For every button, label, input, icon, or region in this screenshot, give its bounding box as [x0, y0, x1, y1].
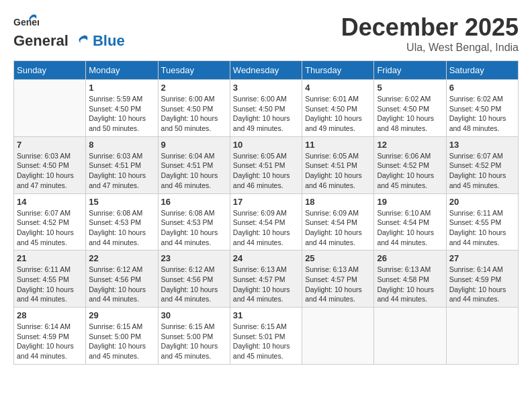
day-number: 27 — [449, 253, 515, 263]
day-info: Sunrise: 6:15 AMSunset: 5:00 PMDaylight:… — [89, 322, 154, 361]
day-info: Sunrise: 6:00 AMSunset: 4:50 PMDaylight:… — [161, 94, 227, 134]
calendar-day: 11Sunrise: 6:05 AMSunset: 4:51 PMDayligh… — [302, 136, 374, 193]
calendar-table: SundayMondayTuesdayWednesdayThursdayFrid… — [13, 60, 519, 365]
day-info: Sunrise: 6:00 AMSunset: 4:50 PMDaylight:… — [233, 94, 299, 134]
calendar-day: 8Sunrise: 6:03 AMSunset: 4:51 PMDaylight… — [86, 136, 158, 193]
day-number: 29 — [89, 310, 154, 320]
calendar-day: 7Sunrise: 6:03 AMSunset: 4:50 PMDaylight… — [14, 136, 86, 193]
calendar-day: 12Sunrise: 6:06 AMSunset: 4:52 PMDayligh… — [374, 136, 446, 193]
calendar-day: 24Sunrise: 6:13 AMSunset: 4:57 PMDayligh… — [230, 250, 302, 308]
day-info: Sunrise: 6:13 AMSunset: 4:58 PMDaylight:… — [377, 265, 443, 304]
day-number: 20 — [449, 197, 515, 207]
calendar-day: 2Sunrise: 6:00 AMSunset: 4:50 PMDaylight… — [158, 80, 230, 137]
calendar-day — [302, 308, 374, 365]
day-number: 30 — [161, 310, 227, 320]
logo-bird-icon — [70, 34, 91, 48]
day-info: Sunrise: 6:09 AMSunset: 4:54 PMDaylight:… — [305, 208, 371, 248]
day-number: 26 — [377, 253, 443, 263]
day-info: Sunrise: 6:01 AMSunset: 4:50 PMDaylight:… — [305, 94, 371, 134]
day-number: 15 — [89, 197, 154, 207]
day-number: 2 — [161, 83, 227, 93]
day-header-sunday: Sunday — [14, 61, 86, 80]
day-number: 1 — [89, 83, 154, 93]
day-info: Sunrise: 6:03 AMSunset: 4:51 PMDaylight:… — [89, 151, 154, 191]
calendar-day: 29Sunrise: 6:15 AMSunset: 5:00 PMDayligh… — [86, 308, 158, 365]
calendar-day — [14, 80, 86, 137]
day-info: Sunrise: 6:15 AMSunset: 5:01 PMDaylight:… — [233, 322, 299, 361]
day-info: Sunrise: 6:05 AMSunset: 4:51 PMDaylight:… — [233, 151, 299, 191]
day-info: Sunrise: 6:09 AMSunset: 4:54 PMDaylight:… — [233, 208, 299, 248]
day-number: 14 — [17, 197, 83, 207]
day-info: Sunrise: 6:12 AMSunset: 4:56 PMDaylight:… — [89, 265, 154, 304]
day-info: Sunrise: 6:15 AMSunset: 5:00 PMDaylight:… — [161, 322, 227, 361]
calendar-day: 13Sunrise: 6:07 AMSunset: 4:52 PMDayligh… — [446, 136, 518, 193]
day-info: Sunrise: 6:05 AMSunset: 4:51 PMDaylight:… — [305, 151, 371, 191]
month-title: December 2025 — [341, 13, 519, 42]
calendar-day: 15Sunrise: 6:08 AMSunset: 4:53 PMDayligh… — [86, 193, 158, 250]
day-info: Sunrise: 6:02 AMSunset: 4:50 PMDaylight:… — [449, 94, 515, 134]
calendar-day: 1Sunrise: 5:59 AMSunset: 4:50 PMDaylight… — [86, 80, 158, 137]
logo: General General Blue — [13, 13, 125, 50]
calendar-day: 30Sunrise: 6:15 AMSunset: 5:00 PMDayligh… — [158, 308, 230, 365]
day-number: 18 — [305, 197, 371, 207]
calendar-day: 5Sunrise: 6:02 AMSunset: 4:50 PMDaylight… — [374, 80, 446, 137]
day-number: 19 — [377, 197, 443, 207]
day-info: Sunrise: 6:07 AMSunset: 4:52 PMDaylight:… — [17, 208, 83, 248]
day-info: Sunrise: 6:07 AMSunset: 4:52 PMDaylight:… — [449, 151, 515, 191]
calendar-day: 3Sunrise: 6:00 AMSunset: 4:50 PMDaylight… — [230, 80, 302, 137]
location: Ula, West Bengal, India — [341, 42, 519, 54]
day-number: 31 — [233, 310, 299, 320]
day-header-tuesday: Tuesday — [158, 61, 230, 80]
day-number: 10 — [233, 140, 299, 150]
day-number: 28 — [17, 310, 83, 320]
day-number: 25 — [305, 253, 371, 263]
day-number: 12 — [377, 140, 443, 150]
calendar-week-row: 1Sunrise: 5:59 AMSunset: 4:50 PMDaylight… — [14, 80, 519, 137]
day-number: 22 — [89, 253, 154, 263]
calendar-week-row: 21Sunrise: 6:11 AMSunset: 4:55 PMDayligh… — [14, 250, 519, 308]
day-number: 24 — [233, 253, 299, 263]
day-number: 6 — [449, 83, 515, 93]
calendar-day: 16Sunrise: 6:08 AMSunset: 4:53 PMDayligh… — [158, 193, 230, 250]
svg-text:General: General — [13, 17, 39, 28]
day-number: 3 — [233, 83, 299, 93]
day-info: Sunrise: 6:10 AMSunset: 4:54 PMDaylight:… — [377, 208, 443, 248]
calendar-week-row: 28Sunrise: 6:14 AMSunset: 4:59 PMDayligh… — [14, 308, 519, 365]
calendar-day: 26Sunrise: 6:13 AMSunset: 4:58 PMDayligh… — [374, 250, 446, 308]
calendar-day: 18Sunrise: 6:09 AMSunset: 4:54 PMDayligh… — [302, 193, 374, 250]
calendar-day: 19Sunrise: 6:10 AMSunset: 4:54 PMDayligh… — [374, 193, 446, 250]
calendar-day: 31Sunrise: 6:15 AMSunset: 5:01 PMDayligh… — [230, 308, 302, 365]
day-info: Sunrise: 6:13 AMSunset: 4:57 PMDaylight:… — [305, 265, 371, 304]
day-header-friday: Friday — [374, 61, 446, 80]
day-header-saturday: Saturday — [446, 61, 518, 80]
day-header-monday: Monday — [86, 61, 158, 80]
calendar-day: 20Sunrise: 6:11 AMSunset: 4:55 PMDayligh… — [446, 193, 518, 250]
day-number: 21 — [17, 253, 83, 263]
logo-blue: Blue — [93, 32, 125, 50]
day-info: Sunrise: 6:08 AMSunset: 4:53 PMDaylight:… — [89, 208, 154, 248]
day-info: Sunrise: 6:04 AMSunset: 4:51 PMDaylight:… — [161, 151, 227, 191]
day-info: Sunrise: 6:02 AMSunset: 4:50 PMDaylight:… — [377, 94, 443, 134]
calendar-week-row: 14Sunrise: 6:07 AMSunset: 4:52 PMDayligh… — [14, 193, 519, 250]
day-number: 13 — [449, 140, 515, 150]
day-number: 23 — [161, 253, 227, 263]
day-info: Sunrise: 6:14 AMSunset: 4:59 PMDaylight:… — [17, 322, 83, 361]
calendar-day: 4Sunrise: 6:01 AMSunset: 4:50 PMDaylight… — [302, 80, 374, 137]
day-number: 11 — [305, 140, 371, 150]
day-header-wednesday: Wednesday — [230, 61, 302, 80]
calendar-day: 21Sunrise: 6:11 AMSunset: 4:55 PMDayligh… — [14, 250, 86, 308]
calendar-header-row: SundayMondayTuesdayWednesdayThursdayFrid… — [14, 61, 519, 80]
day-info: Sunrise: 6:14 AMSunset: 4:59 PMDaylight:… — [449, 265, 515, 304]
title-block: December 2025 Ula, West Bengal, India — [341, 13, 519, 54]
day-info: Sunrise: 6:06 AMSunset: 4:52 PMDaylight:… — [377, 151, 443, 191]
day-info: Sunrise: 6:12 AMSunset: 4:56 PMDaylight:… — [161, 265, 227, 304]
day-info: Sunrise: 6:11 AMSunset: 4:55 PMDaylight:… — [449, 208, 515, 248]
page-header: General General Blue December 2025 Ula, … — [13, 13, 519, 54]
calendar-day: 10Sunrise: 6:05 AMSunset: 4:51 PMDayligh… — [230, 136, 302, 193]
calendar-day: 27Sunrise: 6:14 AMSunset: 4:59 PMDayligh… — [446, 250, 518, 308]
calendar-day: 28Sunrise: 6:14 AMSunset: 4:59 PMDayligh… — [14, 308, 86, 365]
calendar-day: 6Sunrise: 6:02 AMSunset: 4:50 PMDaylight… — [446, 80, 518, 137]
calendar-day — [374, 308, 446, 365]
day-number: 4 — [305, 83, 371, 93]
day-info: Sunrise: 6:11 AMSunset: 4:55 PMDaylight:… — [17, 265, 83, 304]
